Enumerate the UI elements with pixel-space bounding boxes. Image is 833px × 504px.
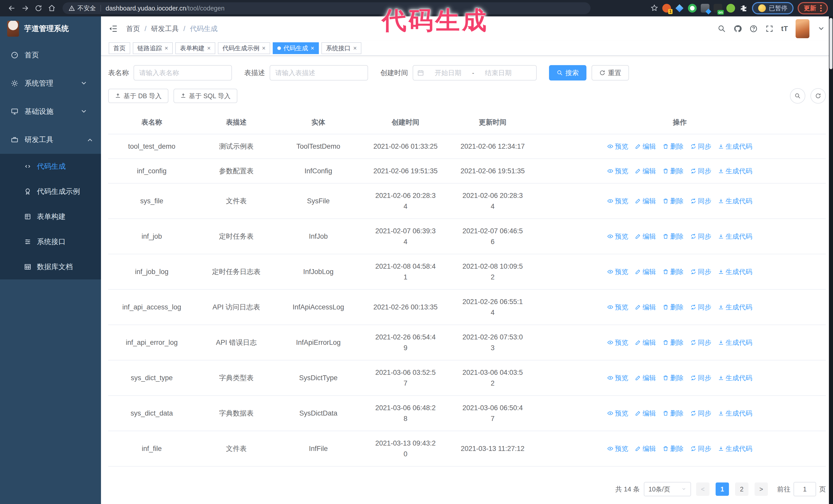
sync-link[interactable]: 同步	[690, 443, 711, 454]
tab-codegen-example[interactable]: 代码生成示例×	[218, 42, 270, 54]
goto-page-input[interactable]	[793, 482, 816, 496]
import-db-button[interactable]: 基于 DB 导入	[108, 89, 168, 103]
edit-link[interactable]: 编辑	[635, 266, 656, 277]
preview-link[interactable]: 预览	[607, 196, 628, 207]
delete-link[interactable]: 删除	[663, 231, 684, 242]
generate-code-link[interactable]: 生成代码	[718, 373, 752, 383]
sidebar-item-form-builder[interactable]: 表单构建	[0, 204, 101, 229]
preview-link[interactable]: 预览	[607, 408, 628, 418]
sidebar-item-infra[interactable]: 基础设施	[0, 97, 101, 126]
sidebar-item-db-doc[interactable]: 数据库文档	[0, 254, 101, 280]
sync-link[interactable]: 同步	[690, 408, 711, 418]
tab-tracing[interactable]: 链路追踪×	[133, 42, 173, 54]
delete-link[interactable]: 删除	[663, 337, 684, 348]
extension-icon[interactable]: 1	[662, 4, 671, 13]
breadcrumb-devtools[interactable]: 研发工具	[151, 24, 179, 33]
sync-link[interactable]: 同步	[690, 196, 711, 207]
font-size-icon[interactable]: tT	[781, 25, 788, 33]
sidebar-fold-icon[interactable]	[109, 24, 118, 33]
extension-icon[interactable]	[701, 4, 710, 13]
generate-code-link[interactable]: 生成代码	[718, 408, 752, 418]
profile-chip[interactable]: 已暂停	[752, 2, 793, 14]
sidebar-item-devtools[interactable]: 研发工具	[0, 126, 101, 154]
delete-link[interactable]: 删除	[663, 166, 684, 176]
avatar[interactable]	[795, 19, 809, 38]
date-range-picker[interactable]: -	[413, 65, 537, 80]
page-button-2[interactable]: 2	[735, 482, 748, 496]
bookmark-star-icon[interactable]	[650, 4, 658, 13]
preview-link[interactable]: 预览	[607, 166, 628, 176]
tab-form-builder[interactable]: 表单构建×	[175, 42, 215, 54]
sync-link[interactable]: 同步	[690, 166, 711, 176]
browser-reload-icon[interactable]	[32, 2, 45, 15]
fullscreen-icon[interactable]	[765, 25, 774, 33]
extension-icon[interactable]	[727, 4, 735, 13]
app-logo-row[interactable]: 芋道管理系统	[0, 17, 101, 41]
address-bar[interactable]: 不安全 dashboard.yudao.iocoder.cn/tool/code…	[63, 2, 591, 14]
preview-link[interactable]: 预览	[607, 302, 628, 312]
security-warning[interactable]: 不安全	[69, 4, 96, 12]
edit-link[interactable]: 编辑	[635, 141, 656, 152]
close-icon[interactable]: ×	[311, 45, 314, 51]
preview-link[interactable]: 预览	[607, 231, 628, 242]
delete-link[interactable]: 删除	[663, 196, 684, 207]
sidebar-item-codegen[interactable]: 代码生成	[0, 154, 101, 179]
sync-link[interactable]: 同步	[690, 302, 711, 312]
sync-link[interactable]: 同步	[690, 231, 711, 242]
sync-link[interactable]: 同步	[690, 141, 711, 152]
preview-link[interactable]: 预览	[607, 373, 628, 383]
search-button[interactable]: 搜索	[549, 65, 587, 80]
help-icon[interactable]	[749, 25, 758, 33]
generate-code-link[interactable]: 生成代码	[718, 443, 752, 454]
edit-link[interactable]: 编辑	[635, 443, 656, 454]
delete-link[interactable]: 删除	[663, 302, 684, 312]
generate-code-link[interactable]: 生成代码	[718, 266, 752, 277]
sidebar-item-system[interactable]: 系统管理	[0, 69, 101, 97]
sync-link[interactable]: 同步	[690, 337, 711, 348]
refresh-table-button[interactable]	[810, 88, 826, 103]
generate-code-link[interactable]: 生成代码	[718, 166, 752, 176]
browser-back-icon[interactable]	[5, 2, 19, 15]
extension-icon[interactable]	[688, 4, 697, 13]
edit-link[interactable]: 编辑	[635, 231, 656, 242]
table-desc-input[interactable]	[270, 65, 368, 80]
chevron-down-icon[interactable]	[817, 24, 825, 33]
sidebar-item-api[interactable]: 系统接口	[0, 229, 101, 254]
browser-menu-icon[interactable]	[820, 5, 822, 11]
reset-button[interactable]: 重置	[592, 65, 629, 80]
breadcrumb-home[interactable]: 首页	[126, 24, 140, 33]
preview-link[interactable]: 预览	[607, 337, 628, 348]
edit-link[interactable]: 编辑	[635, 408, 656, 418]
tab-home[interactable]: 首页	[109, 42, 130, 54]
preview-link[interactable]: 预览	[607, 141, 628, 152]
generate-code-link[interactable]: 生成代码	[718, 141, 752, 152]
extensions-puzzle-icon[interactable]	[739, 4, 748, 13]
page-button-1[interactable]: 1	[716, 482, 729, 496]
extension-icon[interactable]: on	[714, 4, 722, 13]
delete-link[interactable]: 删除	[663, 141, 684, 152]
sidebar-item-codegen-example[interactable]: 代码生成示例	[0, 179, 101, 204]
table-name-input[interactable]	[134, 65, 232, 80]
end-date-input[interactable]	[476, 69, 520, 77]
edit-link[interactable]: 编辑	[635, 196, 656, 207]
sync-link[interactable]: 同步	[690, 373, 711, 383]
delete-link[interactable]: 删除	[663, 373, 684, 383]
edit-link[interactable]: 编辑	[635, 166, 656, 176]
sync-link[interactable]: 同步	[690, 266, 711, 277]
edit-link[interactable]: 编辑	[635, 337, 656, 348]
close-icon[interactable]: ×	[165, 45, 168, 51]
close-icon[interactable]: ×	[353, 45, 357, 51]
generate-code-link[interactable]: 生成代码	[718, 302, 752, 312]
close-icon[interactable]: ×	[207, 45, 211, 51]
prev-page-button[interactable]: <	[696, 482, 710, 496]
generate-code-link[interactable]: 生成代码	[718, 337, 752, 348]
extension-icon[interactable]	[675, 4, 684, 13]
delete-link[interactable]: 删除	[663, 408, 684, 418]
search-icon[interactable]	[718, 25, 726, 33]
scrollbar-thumb[interactable]	[829, 18, 832, 69]
sidebar-item-home[interactable]: 首页	[0, 41, 101, 69]
update-button[interactable]: 更新	[798, 2, 828, 14]
start-date-input[interactable]	[426, 69, 470, 77]
preview-link[interactable]: 预览	[607, 266, 628, 277]
browser-forward-icon[interactable]	[19, 2, 32, 15]
